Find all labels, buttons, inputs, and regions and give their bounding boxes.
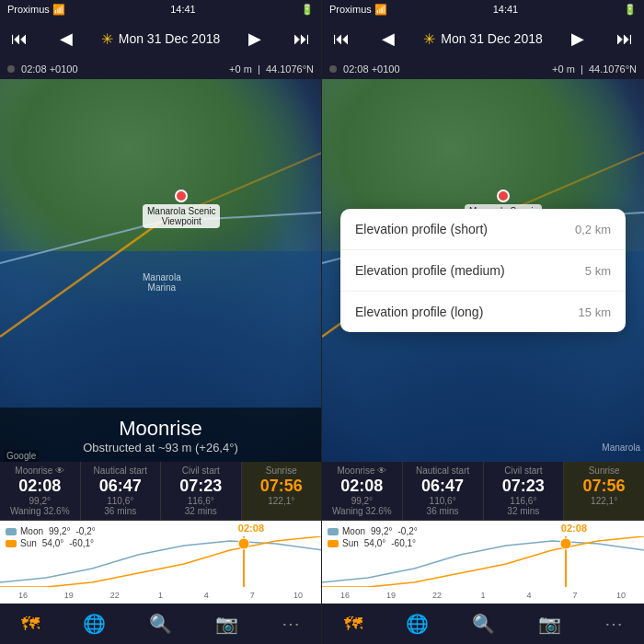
col-moonrise-right: Moonrise 👁 02:08 99,2° Waning 32.6% bbox=[322, 462, 403, 520]
carrier-right: Proximus bbox=[329, 4, 372, 15]
data-table-right: Moonrise 👁 02:08 99,2° Waning 32.6% Naut… bbox=[322, 462, 644, 521]
info-bar-right: 02:08 +0100 +0 m | 44.1076°N bbox=[322, 59, 644, 79]
carrier-left: Proximus bbox=[7, 4, 50, 15]
data-row-header-right: Moonrise 👁 02:08 99,2° Waning 32.6% Naut… bbox=[322, 462, 644, 521]
status-bar-right: Proximus 📶 14:41 🔋 bbox=[322, 0, 644, 18]
location-pin-left[interactable]: Manarola ScenicViewpoint bbox=[143, 190, 220, 228]
moon-legend-right: Moon 99,2° -0,2° bbox=[328, 526, 418, 536]
col-nautical-right: Nautical start 06:47 110,6° 36 mins bbox=[403, 462, 484, 520]
nav-bar-right: ⏮ ◀ ✳ Mon 31 Dec 2018 ▶ ⏭ bbox=[322, 18, 644, 59]
elevation-row-medium[interactable]: Elevation profile (medium) 5 km bbox=[340, 250, 626, 292]
moon-legend-left: Moon 99,2° -0,2° bbox=[6, 526, 96, 536]
elevation-label-long: Elevation profile (long) bbox=[355, 305, 483, 319]
chart-area-left[interactable]: Moon 99,2° -0,2° Sun 54,0° -60,1° 02:08 bbox=[0, 521, 321, 604]
sun-icon-left: ✳ bbox=[101, 30, 113, 48]
next-next-btn-right[interactable]: ⏭ bbox=[613, 26, 637, 52]
time-left: 14:41 bbox=[170, 4, 196, 15]
prev-btn-right[interactable]: ◀ bbox=[378, 25, 398, 52]
time-right: 14:41 bbox=[493, 4, 519, 15]
marina-label-left: ManarolaMarina bbox=[143, 272, 181, 293]
google-label-left: Google bbox=[4, 450, 39, 462]
battery-icon-right: 🔋 bbox=[624, 4, 637, 16]
chart-axis-right: 16 19 22 1 4 7 10 bbox=[322, 587, 644, 604]
elevation-popup[interactable]: Elevation profile (short) 0,2 km Elevati… bbox=[340, 209, 626, 332]
left-panel: Proximus 📶 14:41 🔋 ⏮ ◀ ✳ Mon 31 Dec 2018… bbox=[0, 0, 322, 644]
map-area-right[interactable]: Manarola ScenicViewpoint ManarolaMarina … bbox=[322, 79, 644, 462]
status-left: Proximus 📶 bbox=[7, 4, 65, 16]
nav-search-right[interactable]: 🔍 bbox=[472, 613, 495, 635]
moonrise-sub-left: Obstructed at ~93 m (+26,4°) bbox=[13, 441, 308, 454]
svg-line-1 bbox=[0, 222, 161, 263]
nav-more-right[interactable]: ⋯ bbox=[604, 613, 623, 635]
elevation-row-long[interactable]: Elevation profile (long) 15 km bbox=[340, 292, 626, 332]
prev-prev-btn-right[interactable]: ⏮ bbox=[329, 26, 353, 52]
info-time-left: 02:08 +0100 bbox=[7, 63, 78, 75]
nav-map-left[interactable]: 🗺 bbox=[21, 614, 40, 635]
data-row-header-left: Moonrise 👁 02:08 99,2° Waning 32.6% Naut… bbox=[0, 462, 321, 521]
col-civil-right: Civil start 07:23 116,6° 32 mins bbox=[484, 462, 565, 520]
pin-dot-left bbox=[175, 190, 188, 202]
wifi-icon-right: 📶 bbox=[374, 4, 387, 16]
next-btn-right[interactable]: ▶ bbox=[568, 25, 588, 52]
chart-svg-left bbox=[0, 536, 321, 587]
col-sunrise-left: Sunrise 07:56 122,1° bbox=[242, 462, 322, 520]
elevation-row-short[interactable]: Elevation profile (short) 0,2 km bbox=[340, 209, 626, 250]
nav-center-left: ✳ Mon 31 Dec 2018 bbox=[101, 30, 221, 48]
moonrise-overlay-left: Moonrise Obstructed at ~93 m (+26,4°) bbox=[0, 408, 321, 462]
nav-camera-right[interactable]: 📷 bbox=[538, 613, 561, 635]
elevation-val-medium: 5 km bbox=[585, 264, 611, 278]
elevation-val-long: 15 km bbox=[579, 305, 611, 319]
svg-point-5 bbox=[238, 538, 249, 549]
prev-prev-btn-left[interactable]: ⏮ bbox=[7, 26, 31, 52]
next-btn-left[interactable]: ▶ bbox=[245, 25, 265, 52]
svg-line-2 bbox=[0, 222, 161, 337]
nav-bar-left: ⏮ ◀ ✳ Mon 31 Dec 2018 ▶ ⏭ bbox=[0, 18, 321, 59]
next-next-btn-left[interactable]: ⏭ bbox=[290, 26, 314, 52]
col-sunrise-right: Sunrise 07:56 122,1° bbox=[564, 462, 644, 520]
moon-legend-color-left bbox=[6, 528, 17, 535]
status-left-right: Proximus 📶 bbox=[329, 4, 387, 16]
sun-icon-right: ✳ bbox=[423, 30, 435, 48]
data-table-left: Moonrise 👁 02:08 99,2° Waning 32.6% Naut… bbox=[0, 462, 321, 521]
chart-time-label-left: 02:08 bbox=[238, 523, 264, 534]
nav-center-right: ✳ Mon 31 Dec 2018 bbox=[423, 30, 543, 48]
battery-icon-left: 🔋 bbox=[301, 4, 314, 16]
col-nautical-left: Nautical start 06:47 110,6° 36 mins bbox=[81, 462, 162, 520]
col-moonrise-left: Moonrise 👁 02:08 99,2° Waning 32.6% bbox=[0, 462, 81, 520]
moon-legend-color-right bbox=[328, 528, 339, 535]
map-area-left[interactable]: Manarola ScenicViewpoint ManarolaMarina … bbox=[0, 79, 321, 462]
pin-label-left: Manarola ScenicViewpoint bbox=[143, 204, 220, 228]
manarola-label-right: Manarola bbox=[602, 443, 640, 453]
nav-map-right[interactable]: 🗺 bbox=[344, 614, 362, 635]
moonrise-title-left: Moonrise bbox=[13, 417, 308, 441]
prev-btn-left[interactable]: ◀ bbox=[56, 25, 76, 52]
pin-dot-right bbox=[497, 190, 510, 202]
nav-sun-left[interactable]: 🌐 bbox=[83, 613, 106, 635]
chart-time-label-right: 02:08 bbox=[561, 523, 587, 534]
chart-area-right[interactable]: Moon 99,2° -0,2° Sun 54,0° -60,1° 02:08 … bbox=[322, 521, 644, 604]
elevation-label-short: Elevation profile (short) bbox=[355, 222, 488, 236]
elevation-label-medium: Elevation profile (medium) bbox=[355, 263, 505, 278]
status-right-right: 🔋 bbox=[624, 4, 637, 16]
col-civil-left: Civil start 07:23 116,6° 32 mins bbox=[161, 462, 242, 520]
info-time-right: 02:08 +0100 bbox=[329, 63, 400, 75]
info-bar-left: 02:08 +0100 +0 m | 44.1076°N bbox=[0, 59, 321, 79]
chart-axis-left: 16 19 22 1 4 7 10 bbox=[0, 587, 321, 604]
nav-sun-right[interactable]: 🌐 bbox=[406, 613, 429, 635]
bottom-nav-left: 🗺 🌐 🔍 📷 ⋯ bbox=[0, 604, 321, 644]
status-right: 🔋 bbox=[301, 4, 314, 16]
svg-point-11 bbox=[560, 538, 571, 549]
info-dot-right bbox=[329, 65, 337, 73]
right-panel: Proximus 📶 14:41 🔋 ⏮ ◀ ✳ Mon 31 Dec 2018… bbox=[322, 0, 644, 644]
date-label-right: Mon 31 Dec 2018 bbox=[441, 31, 543, 46]
nav-camera-left[interactable]: 📷 bbox=[215, 613, 238, 635]
nav-search-left[interactable]: 🔍 bbox=[149, 613, 172, 635]
wifi-icon-left: 📶 bbox=[52, 4, 65, 16]
info-dot-left bbox=[7, 65, 15, 73]
elevation-val-short: 0,2 km bbox=[575, 223, 611, 236]
date-label-left: Mon 31 Dec 2018 bbox=[119, 31, 221, 46]
nav-more-left[interactable]: ⋯ bbox=[282, 613, 300, 635]
status-bar-left: Proximus 📶 14:41 🔋 bbox=[0, 0, 321, 18]
chart-svg-right bbox=[322, 536, 644, 587]
bottom-nav-right: 🗺 🌐 🔍 📷 ⋯ bbox=[322, 604, 644, 644]
